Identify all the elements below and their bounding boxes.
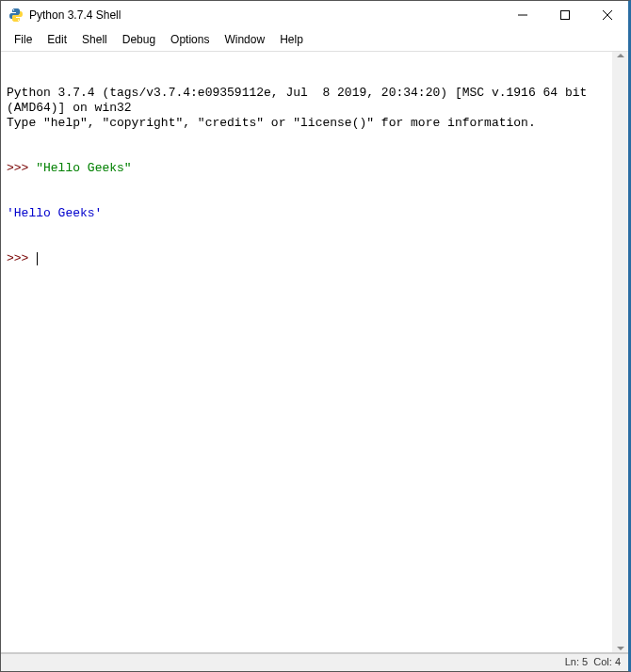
col-label: Col: <box>593 656 612 667</box>
prompt: >>> <box>7 251 36 265</box>
window-title: Python 3.7.4 Shell <box>29 8 501 22</box>
scroll-down-icon[interactable] <box>617 647 624 650</box>
shell-line: >>> <box>7 251 623 266</box>
svg-point-1 <box>18 20 19 21</box>
svg-point-0 <box>13 9 14 10</box>
maximize-button[interactable] <box>543 1 586 29</box>
close-button[interactable] <box>586 1 628 29</box>
menu-bar: File Edit Shell Debug Options Window Hel… <box>1 29 628 52</box>
menu-window[interactable]: Window <box>217 31 272 48</box>
menu-options[interactable]: Options <box>163 31 217 48</box>
menu-help[interactable]: Help <box>272 31 311 48</box>
input-text: "Hello Geeks" <box>36 161 131 175</box>
svg-rect-3 <box>560 11 569 20</box>
title-bar: Python 3.7.4 Shell <box>1 1 628 29</box>
scroll-up-icon[interactable] <box>617 54 624 57</box>
menu-edit[interactable]: Edit <box>40 31 74 48</box>
menu-debug[interactable]: Debug <box>115 31 163 48</box>
prompt: >>> <box>7 161 36 175</box>
status-bar: Ln: 5 Col: 4 <box>1 652 628 671</box>
text-cursor <box>37 252 38 265</box>
ln-value: 5 <box>582 656 588 667</box>
menu-shell[interactable]: Shell <box>74 31 115 48</box>
window-controls <box>501 1 628 29</box>
col-value: 4 <box>615 656 621 667</box>
python-icon <box>8 8 24 23</box>
banner-text: Python 3.7.4 (tags/v3.7.4:e09359112e, Ju… <box>7 86 623 131</box>
vertical-scrollbar[interactable] <box>612 52 628 652</box>
menu-file[interactable]: File <box>7 31 40 48</box>
output-text: 'Hello Geeks' <box>7 206 623 221</box>
minimize-button[interactable] <box>501 1 543 29</box>
ln-label: Ln: <box>565 656 579 667</box>
shell-editor[interactable]: Python 3.7.4 (tags/v3.7.4:e09359112e, Ju… <box>1 52 628 652</box>
shell-line: >>> "Hello Geeks" <box>7 161 623 176</box>
